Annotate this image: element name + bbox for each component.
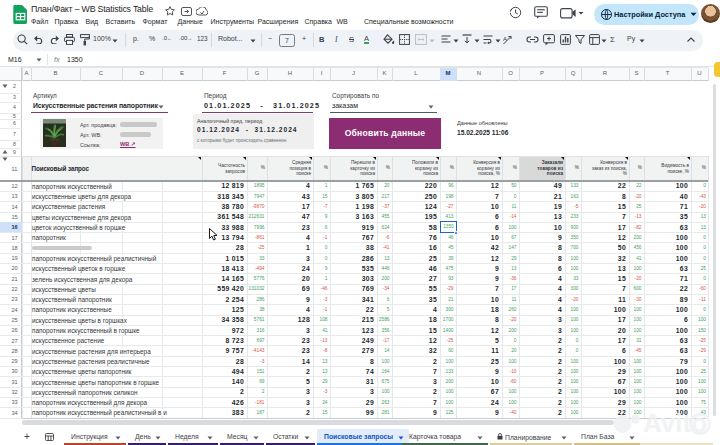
svg-text:Avito: Avito <box>643 408 707 438</box>
svg-text:A: A <box>503 36 507 42</box>
